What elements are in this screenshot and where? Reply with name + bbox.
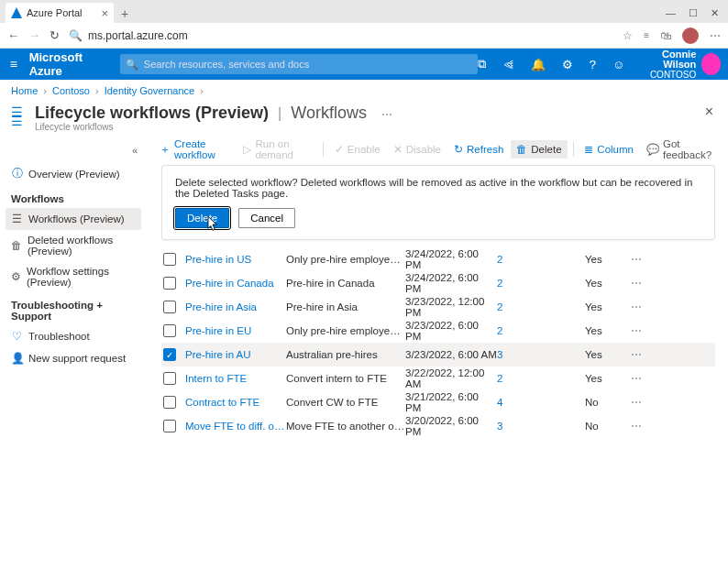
- brand-label[interactable]: Microsoft Azure: [28, 50, 120, 78]
- enable-button: ✓Enable: [329, 139, 386, 159]
- row-checkbox[interactable]: [163, 253, 176, 266]
- back-icon[interactable]: ←: [7, 28, 19, 42]
- sidebar-item-settings[interactable]: ⚙ Workflow settings (Preview): [6, 261, 141, 292]
- sidebar-item-overview[interactable]: ⓘ Overview (Preview): [6, 161, 141, 186]
- workflow-count-link[interactable]: 4: [497, 397, 585, 408]
- collapse-sidebar-icon[interactable]: «: [6, 143, 141, 161]
- search-icon: 🔍: [69, 29, 83, 42]
- row-checkbox[interactable]: [163, 277, 176, 290]
- row-more-icon[interactable]: ⋯: [631, 396, 643, 409]
- table-row[interactable]: ✓Pre-hire in AUAustralian pre-hires3/23/…: [161, 343, 715, 367]
- breadcrumb-item[interactable]: Contoso: [52, 85, 90, 96]
- reading-list-icon[interactable]: ☆: [623, 29, 633, 42]
- row-checkbox[interactable]: [163, 420, 176, 432]
- help-icon[interactable]: ?: [590, 58, 596, 71]
- row-more-icon[interactable]: ⋯: [631, 420, 643, 432]
- trash-icon: 🗑: [11, 239, 22, 252]
- row-checkbox[interactable]: [163, 396, 176, 409]
- sidebar-item-troubleshoot[interactable]: ♡ Troubleshoot: [6, 325, 141, 347]
- settings-icon[interactable]: ⚙: [562, 58, 573, 71]
- workflow-date: 3/23/2022, 6:00 AM: [405, 349, 497, 360]
- hamburger-icon[interactable]: ≡: [0, 57, 28, 71]
- notifications-icon[interactable]: 🔔: [531, 58, 546, 71]
- sidebar-item-support[interactable]: 👤 New support request: [6, 347, 141, 369]
- more-icon[interactable]: ⋯: [376, 108, 392, 121]
- global-search[interactable]: 🔍 Search resources, services and docs: [120, 54, 478, 74]
- row-more-icon[interactable]: ⋯: [631, 348, 643, 361]
- table-row[interactable]: Pre-hire in EUOnly pre-hire employees in…: [161, 319, 715, 343]
- extensions-icon[interactable]: ≡: [644, 30, 649, 40]
- close-window-icon[interactable]: ✕: [711, 7, 719, 19]
- row-more-icon[interactable]: ⋯: [631, 277, 643, 290]
- row-checkbox[interactable]: [163, 324, 176, 337]
- maximize-icon[interactable]: ☐: [689, 7, 698, 19]
- refresh-icon[interactable]: ↻: [50, 28, 60, 42]
- sidebar-item-label: Overview (Preview): [28, 169, 120, 180]
- row-more-icon[interactable]: ⋯: [631, 301, 643, 313]
- sidebar-heading: Troubleshooting + Support: [6, 292, 141, 325]
- workflow-name-link[interactable]: Pre-hire in US: [185, 254, 286, 265]
- row-more-icon[interactable]: ⋯: [631, 324, 643, 337]
- user-menu[interactable]: Connie Wilson CONTOSO: [635, 49, 728, 80]
- row-more-icon[interactable]: ⋯: [631, 372, 643, 385]
- list-icon: ☰: [11, 213, 23, 225]
- row-checkbox[interactable]: ✓: [163, 348, 176, 361]
- browser-tab[interactable]: Azure Portal ×: [6, 3, 114, 23]
- table-row[interactable]: Pre-hire in AsiaPre-hire in Asia3/23/202…: [161, 295, 715, 319]
- cloud-shell-icon[interactable]: ⧉: [478, 57, 486, 71]
- table-row[interactable]: Intern to FTEConvert intern to FTE3/22/2…: [161, 367, 715, 390]
- workflow-name-link[interactable]: Pre-hire in Canada: [185, 278, 286, 289]
- workflow-count-link[interactable]: 3: [497, 349, 585, 360]
- workflow-name-link[interactable]: Pre-hire in EU: [185, 325, 286, 336]
- address-bar[interactable]: 🔍 ms.portal.azure.com: [69, 29, 613, 42]
- cancel-button[interactable]: Cancel: [238, 208, 295, 228]
- sidebar-heading: Workflows: [6, 186, 141, 208]
- feedback-icon[interactable]: ☺: [612, 58, 624, 71]
- workflow-count-link[interactable]: 3: [497, 421, 585, 432]
- sidebar-item-workflows[interactable]: ☰ Workflows (Preview): [6, 208, 141, 230]
- row-checkbox[interactable]: [163, 301, 176, 313]
- workflow-count-link[interactable]: 2: [497, 254, 585, 265]
- workflow-description: Convert CW to FTE: [286, 397, 405, 408]
- workflow-count-link[interactable]: 2: [497, 373, 585, 384]
- tab-title: Azure Portal: [27, 7, 83, 18]
- shopping-icon[interactable]: 🛍: [660, 29, 671, 42]
- breadcrumb-item[interactable]: Identity Governance: [105, 85, 194, 96]
- filter-icon[interactable]: ⫷: [502, 58, 514, 71]
- workflow-name-link[interactable]: Contract to FTE: [185, 397, 286, 408]
- workflow-name-link[interactable]: Pre-hire in AU: [185, 349, 286, 360]
- sidebar-item-label: Workflow settings (Preview): [27, 266, 136, 288]
- confirm-delete-button[interactable]: Delete: [175, 208, 229, 228]
- forward-icon[interactable]: →: [28, 28, 40, 42]
- workflow-count-link[interactable]: 2: [497, 301, 585, 312]
- sidebar-item-label: Deleted workflows (Preview): [28, 235, 136, 257]
- new-tab-button[interactable]: +: [114, 6, 136, 23]
- url-text: ms.portal.azure.com: [88, 29, 188, 42]
- close-blade-icon[interactable]: ×: [705, 104, 717, 120]
- workflow-count-link[interactable]: 2: [497, 278, 585, 289]
- main-panel: ＋Create workflow ▷Run on demand ✓Enable …: [147, 136, 728, 580]
- row-more-icon[interactable]: ⋯: [631, 253, 643, 266]
- workflow-count-link[interactable]: 2: [497, 325, 585, 336]
- create-workflow-button[interactable]: ＋Create workflow: [154, 135, 236, 164]
- workflow-schedule: Yes: [585, 254, 631, 265]
- table-row[interactable]: Pre-hire in CanadaPre-hire in Canada3/24…: [161, 271, 715, 295]
- minimize-icon[interactable]: —: [666, 7, 676, 19]
- workflow-name-link[interactable]: Move FTE to diff. org.: [185, 421, 286, 432]
- profile-avatar-icon[interactable]: [682, 27, 699, 44]
- feedback-button[interactable]: 💬Got feedback?: [641, 135, 719, 164]
- table-row[interactable]: Contract to FTEConvert CW to FTE3/21/202…: [161, 390, 715, 414]
- workflow-schedule: Yes: [585, 278, 631, 289]
- sidebar-item-deleted[interactable]: 🗑 Deleted workflows (Preview): [6, 230, 141, 261]
- more-icon[interactable]: ⋯: [710, 29, 721, 42]
- workflow-name-link[interactable]: Intern to FTE: [185, 373, 286, 384]
- delete-button[interactable]: 🗑Delete: [511, 140, 567, 159]
- workflow-name-link[interactable]: Pre-hire in Asia: [185, 301, 286, 312]
- table-row[interactable]: Pre-hire in USOnly pre-hire employees in…: [161, 247, 715, 271]
- column-button[interactable]: ≣Column: [579, 139, 639, 159]
- close-tab-icon[interactable]: ×: [101, 6, 108, 20]
- refresh-button[interactable]: ↻Refresh: [448, 139, 509, 159]
- breadcrumb-item[interactable]: Home: [11, 85, 38, 96]
- table-row[interactable]: Move FTE to diff. org.Move FTE to anothe…: [161, 414, 715, 438]
- row-checkbox[interactable]: [163, 372, 176, 385]
